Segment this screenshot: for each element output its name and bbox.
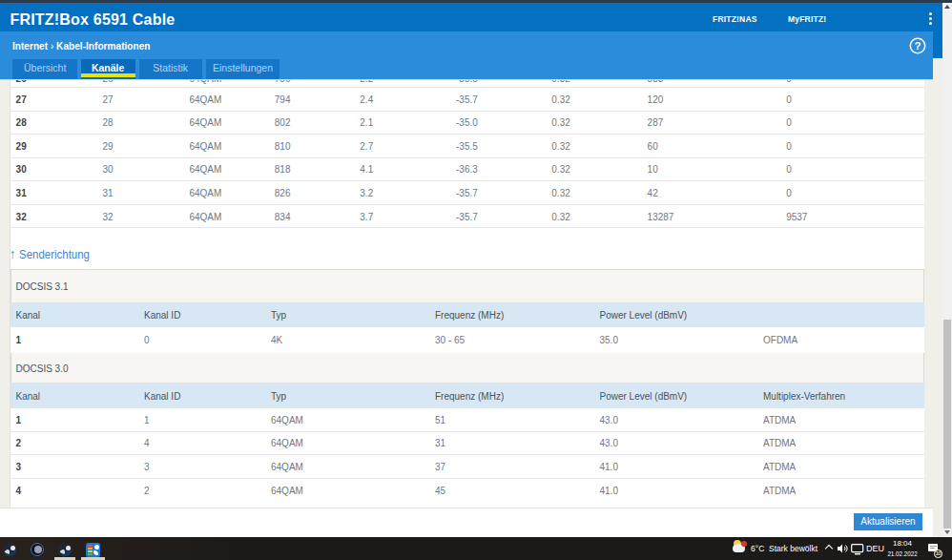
svg-text:?: ? [914,40,921,52]
